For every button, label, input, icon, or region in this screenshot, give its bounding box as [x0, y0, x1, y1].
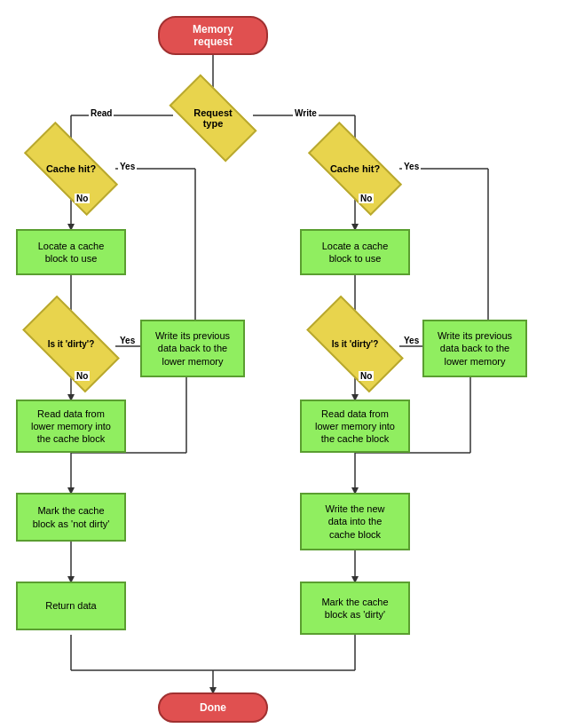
- left-cache-hit-diamond: Cache hit?: [27, 146, 115, 191]
- right-write-new-block: Write the newdata into thecache block: [300, 493, 410, 550]
- right-mark-dirty-block: Mark the cacheblock as 'dirty': [300, 582, 410, 635]
- right-locate-label: Locate a cacheblock to use: [322, 240, 389, 265]
- write-label: Write: [293, 108, 319, 118]
- right-cache-hit-yes: Yes: [402, 162, 421, 171]
- left-dirty-diamond: Is it 'dirty'?: [27, 320, 115, 368]
- left-cache-hit-no: No: [75, 194, 90, 203]
- left-read-lower-label: Read data fromlower memory intothe cache…: [31, 408, 111, 446]
- done-node: Done: [158, 692, 268, 723]
- right-read-lower-label: Read data fromlower memory intothe cache…: [315, 408, 395, 446]
- right-mark-dirty-label: Mark the cacheblock as 'dirty': [321, 596, 388, 621]
- right-dirty-yes: Yes: [402, 336, 421, 345]
- left-cache-hit-yes: Yes: [118, 162, 137, 171]
- left-return-block: Return data: [16, 582, 126, 630]
- left-mark-not-dirty-block: Mark the cacheblock as 'not dirty': [16, 493, 126, 542]
- left-locate-block: Locate a cacheblock to use: [16, 229, 126, 275]
- flowchart-diagram: Memoryrequest Requesttype Read Write Cac…: [0, 0, 568, 728]
- right-dirty-label: Is it 'dirty'?: [332, 339, 379, 349]
- right-cache-hit-diamond: Cache hit?: [311, 146, 399, 191]
- memory-request-label: Memoryrequest: [193, 23, 233, 48]
- read-label: Read: [89, 108, 114, 118]
- right-dirty-diamond: Is it 'dirty'?: [311, 320, 399, 368]
- done-label: Done: [200, 701, 226, 714]
- right-writeback-label: Write its previousdata back to thelower …: [438, 329, 512, 368]
- right-locate-block: Locate a cacheblock to use: [300, 229, 410, 275]
- left-writeback-label: Write its previousdata back to thelower …: [155, 329, 230, 368]
- memory-request-node: Memoryrequest: [158, 16, 268, 55]
- left-dirty-label: Is it 'dirty'?: [48, 339, 95, 349]
- right-dirty-no: No: [359, 371, 374, 381]
- left-cache-hit-label: Cache hit?: [46, 163, 96, 174]
- right-cache-hit-label: Cache hit?: [330, 163, 380, 174]
- left-dirty-yes: Yes: [118, 336, 137, 345]
- request-type-diamond: Requesttype: [173, 96, 253, 140]
- right-writeback-block: Write its previousdata back to thelower …: [422, 320, 527, 377]
- left-return-label: Return data: [45, 599, 96, 612]
- left-dirty-no: No: [75, 371, 90, 381]
- left-locate-label: Locate a cacheblock to use: [38, 240, 105, 265]
- request-type-label: Requesttype: [193, 107, 232, 129]
- right-read-lower-block: Read data fromlower memory intothe cache…: [300, 400, 410, 453]
- right-cache-hit-no: No: [359, 194, 374, 203]
- left-mark-not-dirty-label: Mark the cacheblock as 'not dirty': [33, 504, 110, 530]
- right-write-new-label: Write the newdata into thecache block: [325, 502, 384, 541]
- left-read-lower-block: Read data fromlower memory intothe cache…: [16, 400, 126, 453]
- left-writeback-block: Write its previousdata back to thelower …: [140, 320, 245, 377]
